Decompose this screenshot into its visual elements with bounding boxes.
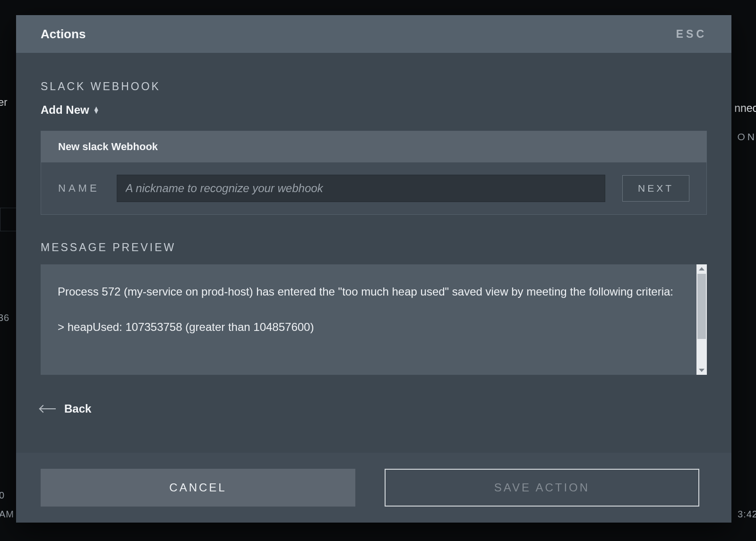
cancel-button[interactable]: CANCEL — [41, 469, 355, 507]
preview-line: > heapUsed: 107353758 (greater than 1048… — [58, 317, 690, 337]
message-preview-box: Process 572 (my-service on prod-host) ha… — [41, 264, 707, 375]
scroll-thumb[interactable] — [697, 274, 706, 339]
modal-footer: CANCEL SAVE ACTION — [16, 453, 731, 523]
preview-scrollbar[interactable] — [696, 264, 707, 375]
preview-line: Process 572 (my-service on prod-host) ha… — [58, 281, 690, 302]
webhook-name-input[interactable] — [117, 175, 605, 202]
scroll-up-icon[interactable] — [699, 267, 704, 270]
slack-webhook-label: SLACK WEBHOOK — [41, 80, 707, 93]
back-button[interactable]: Back — [41, 402, 707, 415]
new-webhook-card-body: NAME NEXT — [41, 162, 706, 214]
save-action-button[interactable]: SAVE ACTION — [385, 469, 699, 507]
next-button[interactable]: NEXT — [622, 175, 689, 202]
bg-time-fragment: AM — [0, 509, 14, 520]
add-new-dropdown[interactable]: Add New ▲▼ — [41, 103, 707, 117]
bg-time-fragment: 3:42 — [738, 509, 756, 520]
message-preview-label: MESSAGE PREVIEW — [41, 241, 707, 254]
modal-title: Actions — [41, 27, 86, 42]
new-webhook-card: New slack Webhook NAME NEXT — [41, 131, 707, 215]
close-esc-button[interactable]: ESC — [676, 28, 707, 41]
back-label: Back — [64, 402, 91, 415]
bg-box — [0, 208, 18, 231]
new-webhook-card-header: New slack Webhook — [41, 131, 706, 162]
bg-number: 0 — [0, 490, 5, 501]
bg-on-label: ON — [738, 131, 756, 143]
bg-text-fragment: nnec — [734, 102, 756, 115]
modal-body: SLACK WEBHOOK Add New ▲▼ New slack Webho… — [16, 53, 731, 453]
sort-icon: ▲▼ — [93, 107, 100, 113]
name-field-label: NAME — [58, 182, 100, 194]
scroll-down-icon[interactable] — [699, 369, 704, 372]
bg-number: 36 — [0, 313, 9, 323]
bg-text-fragment: er — [0, 96, 8, 109]
add-new-label: Add New — [41, 103, 89, 117]
modal-header: Actions ESC — [16, 15, 731, 53]
actions-modal: Actions ESC SLACK WEBHOOK Add New ▲▼ New… — [16, 15, 731, 523]
arrow-left-icon — [41, 408, 56, 409]
